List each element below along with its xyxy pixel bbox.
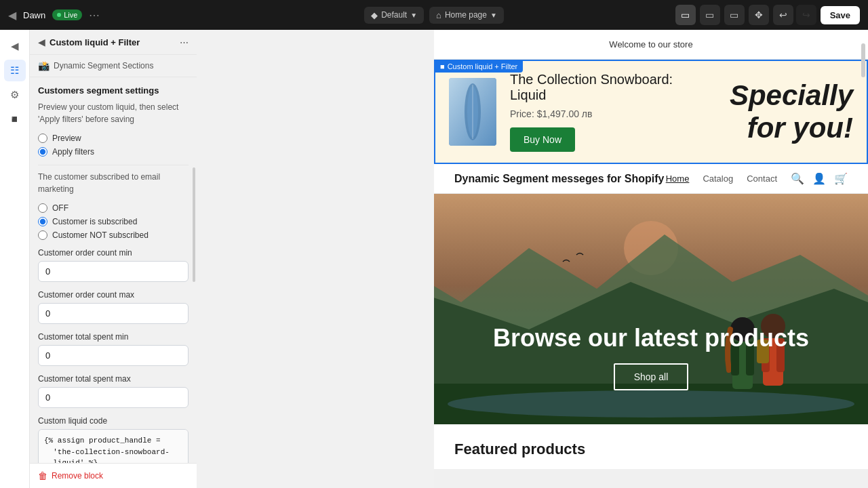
custom-liquid-label-tag: ■ Custom liquid + Filter xyxy=(435,60,523,73)
spent-max-label: Customer total spent max xyxy=(38,374,189,384)
trash-icon: 🗑 xyxy=(38,470,47,481)
component-icon: ■ xyxy=(440,62,445,70)
nav-apps-icon[interactable]: ◾ xyxy=(4,108,26,130)
hero-section: Browse our latest products Shop all xyxy=(434,194,868,424)
apply-filters-radio[interactable] xyxy=(38,147,47,157)
specially-text: Specially for you! xyxy=(688,79,853,144)
subscription-label: The customer subscribed to email marketi… xyxy=(38,171,189,195)
sidebar-panel: ◀ Custom liquid + Filter ⋯ 📸 Dynamic Seg… xyxy=(30,30,197,488)
preview-radio[interactable] xyxy=(38,134,47,143)
order-max-label: Customer order count max xyxy=(38,290,189,300)
nav-sections-icon[interactable]: ☷ xyxy=(4,60,26,81)
page-picker[interactable]: ⌂ Home page ▼ xyxy=(429,7,504,24)
product-price: Price: $1,497.00 лв xyxy=(510,108,675,119)
store-content: Welcome to our store ■ Custom liquid + F… xyxy=(434,30,868,469)
topbar: ◀ Dawn Live ⋯ ◆ Default ▼ ⌂ Home page ▼ … xyxy=(0,0,868,30)
code-area-wrapper: {% assign product_handle = 'the-collecti… xyxy=(38,429,189,463)
preview-area: Welcome to our store ■ Custom liquid + F… xyxy=(434,30,868,488)
custom-liquid-banner: ■ Custom liquid + Filter xyxy=(434,60,868,164)
order-min-input[interactable] xyxy=(38,261,189,282)
order-max-input[interactable] xyxy=(38,303,189,324)
welcome-bar: Welcome to our store xyxy=(434,30,868,60)
order-min-label: Customer order count min xyxy=(38,248,189,258)
sidebar-title: Custom liquid + Filter xyxy=(50,37,176,47)
featured-title: Featured products xyxy=(454,441,848,458)
undo-btn[interactable]: ↩ xyxy=(773,5,793,25)
sidebar-content: Customers segment settings Preview your … xyxy=(30,77,197,463)
remove-block-button[interactable]: 🗑 Remove block xyxy=(30,463,197,488)
hero-title: Browse our latest products xyxy=(493,324,809,352)
product-image xyxy=(449,78,496,146)
redo-btn[interactable]: ↪ xyxy=(796,5,816,25)
cart-icon[interactable]: 🛒 xyxy=(834,172,848,185)
section-name: Dynamic Segment Sections xyxy=(54,61,153,70)
extend-view-btn[interactable]: ✥ xyxy=(749,5,769,25)
subscribed-radio-item[interactable]: Customer is subscribed xyxy=(38,217,189,226)
nav-links: Home Catalog Contact xyxy=(666,174,777,184)
not-subscribed-radio[interactable] xyxy=(38,230,47,240)
store-logo: Dynamic Segment messeges for Shopify xyxy=(454,173,666,185)
nav-back-icon[interactable]: ◀ xyxy=(4,35,26,57)
preview-scrollbar[interactable] xyxy=(861,43,865,77)
nav-catalog[interactable]: Catalog xyxy=(703,174,733,184)
subscribed-radio[interactable] xyxy=(38,217,47,226)
product-banner: The Collection Snowboard: Liquid Price: … xyxy=(435,61,867,163)
live-badge: Live xyxy=(52,9,82,20)
buy-now-button[interactable]: Buy Now xyxy=(510,127,575,152)
product-title: The Collection Snowboard: Liquid xyxy=(510,72,675,103)
off-radio-item[interactable]: OFF xyxy=(38,203,189,213)
spent-min-input[interactable] xyxy=(38,345,189,366)
nav-settings-icon[interactable]: ⚙ xyxy=(4,84,26,106)
spent-max-input[interactable] xyxy=(38,387,189,408)
nav-contact[interactable]: Contact xyxy=(747,174,777,184)
back-icon[interactable]: ◀ xyxy=(8,9,16,22)
section-label-row: 📸 Dynamic Segment Sections xyxy=(30,55,197,77)
featured-section: Featured products xyxy=(434,424,868,469)
nav-home[interactable]: Home xyxy=(666,174,690,184)
store-nav: Dynamic Segment messeges for Shopify Hom… xyxy=(434,164,868,194)
search-icon[interactable]: 🔍 xyxy=(791,172,804,185)
description-text: Preview your custom liquid, then select … xyxy=(38,101,189,125)
more-options-icon[interactable]: ⋯ xyxy=(89,9,100,22)
default-picker[interactable]: ◆ Default ▼ xyxy=(364,7,424,24)
mobile-view-btn[interactable]: ▭ xyxy=(724,5,745,25)
desktop-view-btn[interactable]: ▭ xyxy=(675,5,696,25)
preview-radio-item[interactable]: Preview xyxy=(38,134,189,143)
code-label: Custom liquid code xyxy=(38,416,189,426)
subscription-radio-group: OFF Customer is subscribed Customer NOT … xyxy=(38,203,189,240)
account-icon[interactable]: 👤 xyxy=(812,172,826,185)
apply-filters-radio-item[interactable]: Apply filters xyxy=(38,147,189,157)
spent-min-label: Customer total spent min xyxy=(38,332,189,342)
code-textarea[interactable]: {% assign product_handle = 'the-collecti… xyxy=(39,430,188,463)
header-back-icon[interactable]: ◀ xyxy=(38,37,45,47)
sidebar-nav: ◀ ☷ ⚙ ◾ xyxy=(0,30,30,488)
nav-icons: 🔍 👤 🛒 xyxy=(791,172,848,185)
sidebar-scrollbar xyxy=(193,167,195,282)
sidebar-header: ◀ Custom liquid + Filter ⋯ xyxy=(30,30,197,55)
section-emoji: 📸 xyxy=(38,60,50,71)
sidebar-more-icon[interactable]: ⋯ xyxy=(180,37,189,47)
store-name: Dawn xyxy=(23,10,45,20)
preview-radio-group: Preview Apply filters xyxy=(38,134,189,157)
product-info: The Collection Snowboard: Liquid Price: … xyxy=(510,72,675,152)
live-dot-icon xyxy=(57,13,61,17)
settings-title: Customers segment settings xyxy=(38,85,189,96)
not-subscribed-radio-item[interactable]: Customer NOT subscribed xyxy=(38,230,189,240)
tablet-view-btn[interactable]: ▭ xyxy=(700,5,720,25)
shop-all-button[interactable]: Shop all xyxy=(614,363,689,390)
off-radio[interactable] xyxy=(38,203,47,213)
save-button[interactable]: Save xyxy=(821,6,860,24)
